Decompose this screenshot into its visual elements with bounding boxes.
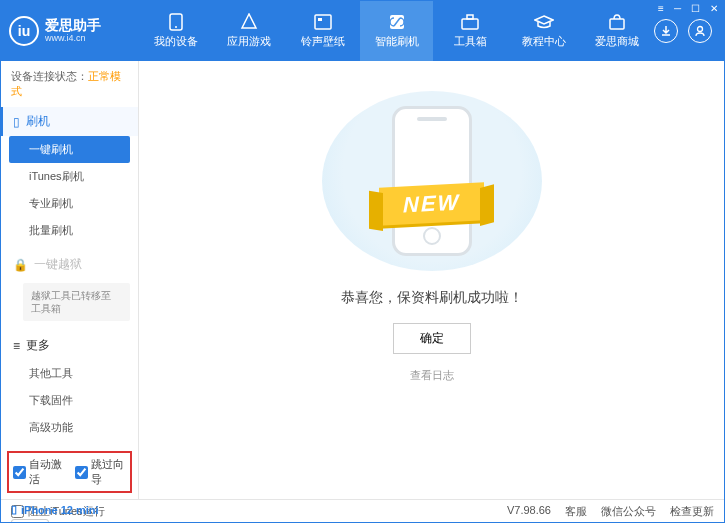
sidebar-download-firmware[interactable]: 下载固件: [1, 387, 138, 414]
nav: 我的设备 应用游戏 铃声壁纸 智能刷机 工具箱 教程中心 爱思商城: [139, 1, 654, 61]
sidebar: 设备连接状态：正常模式 ▯ 刷机 一键刷机 iTunes刷机 专业刷机 批量刷机…: [1, 61, 139, 499]
svg-rect-3: [318, 18, 322, 21]
device-name[interactable]: ▯ iPhone 12 mini: [11, 503, 128, 516]
skip-wizard-checkbox[interactable]: 跳过向导: [75, 457, 127, 487]
nav-ringtone-wallpaper[interactable]: 铃声壁纸: [286, 1, 360, 61]
close-icon[interactable]: ✕: [708, 3, 720, 14]
svg-rect-5: [462, 19, 478, 29]
menu-icon[interactable]: ≡: [656, 3, 666, 14]
svg-rect-6: [467, 15, 473, 19]
sidebar-one-click-flash[interactable]: 一键刷机: [9, 136, 130, 163]
svg-point-1: [175, 26, 177, 28]
hat-icon: [534, 13, 554, 31]
customer-service-link[interactable]: 客服: [565, 504, 587, 519]
check-update-link[interactable]: 检查更新: [670, 504, 714, 519]
svg-point-8: [698, 27, 703, 32]
app-name: 爱思助手: [45, 18, 101, 33]
body: 设备连接状态：正常模式 ▯ 刷机 一键刷机 iTunes刷机 专业刷机 批量刷机…: [1, 61, 724, 499]
wechat-link[interactable]: 微信公众号: [601, 504, 656, 519]
toolbox-icon: [460, 13, 480, 31]
version-label: V7.98.66: [507, 504, 551, 519]
phone-icon: [166, 13, 186, 31]
logo[interactable]: iu 爱思助手 www.i4.cn: [9, 16, 139, 46]
sidebar-pro-flash[interactable]: 专业刷机: [1, 190, 138, 217]
new-ribbon: NEW: [379, 182, 484, 226]
view-log-link[interactable]: 查看日志: [410, 368, 454, 383]
maximize-icon[interactable]: ☐: [689, 3, 702, 14]
sidebar-more-header[interactable]: ≡ 更多: [1, 331, 138, 360]
minimize-icon[interactable]: ─: [672, 3, 683, 14]
lock-icon: 🔒: [13, 258, 28, 272]
download-button[interactable]: [654, 19, 678, 43]
ok-button[interactable]: 确定: [393, 323, 471, 354]
wallpaper-icon: [313, 13, 333, 31]
header-right: [654, 19, 716, 43]
nav-tutorials[interactable]: 教程中心: [507, 1, 581, 61]
phone-icon: ▯: [11, 503, 17, 516]
auto-activate-checkbox[interactable]: 自动激活: [13, 457, 65, 487]
sidebar-itunes-flash[interactable]: iTunes刷机: [1, 163, 138, 190]
sidebar-other-tools[interactable]: 其他工具: [1, 360, 138, 387]
success-illustration: NEW: [322, 91, 542, 271]
sidebar-flash-header[interactable]: ▯ 刷机: [1, 107, 138, 136]
store-icon: [607, 13, 627, 31]
sidebar-batch-flash[interactable]: 批量刷机: [1, 217, 138, 244]
nav-smart-flash[interactable]: 智能刷机: [360, 1, 434, 61]
device-info: ▯ iPhone 12 mini 64GB Down-12mini-13,1: [1, 497, 138, 523]
user-button[interactable]: [688, 19, 712, 43]
header: ≡ ─ ☐ ✕ iu 爱思助手 www.i4.cn 我的设备 应用游戏 铃声壁纸…: [1, 1, 724, 61]
nav-store[interactable]: 爱思商城: [580, 1, 654, 61]
nav-apps-games[interactable]: 应用游戏: [213, 1, 287, 61]
phone-icon: ▯: [13, 115, 20, 129]
svg-rect-7: [610, 19, 624, 29]
storage-badge: 64GB: [11, 519, 49, 523]
window-controls: ≡ ─ ☐ ✕: [656, 3, 720, 14]
success-message: 恭喜您，保资料刷机成功啦！: [341, 289, 523, 307]
nav-my-device[interactable]: 我的设备: [139, 1, 213, 61]
activation-options: 自动激活 跳过向导: [7, 451, 132, 493]
nav-toolbox[interactable]: 工具箱: [433, 1, 507, 61]
sidebar-advanced[interactable]: 高级功能: [1, 414, 138, 441]
flash-icon: [387, 13, 407, 31]
main-content: NEW 恭喜您，保资料刷机成功啦！ 确定 查看日志: [139, 61, 724, 499]
jailbreak-note: 越狱工具已转移至 工具箱: [23, 283, 130, 321]
menu-icon: ≡: [13, 339, 20, 353]
apps-icon: [239, 13, 259, 31]
app-url: www.i4.cn: [45, 34, 101, 44]
svg-rect-2: [315, 15, 331, 29]
connection-status: 设备连接状态：正常模式: [1, 61, 138, 107]
logo-icon: iu: [9, 16, 39, 46]
phone-graphic: [392, 106, 472, 256]
sidebar-jailbreak-header[interactable]: 🔒 一键越狱: [1, 250, 138, 279]
